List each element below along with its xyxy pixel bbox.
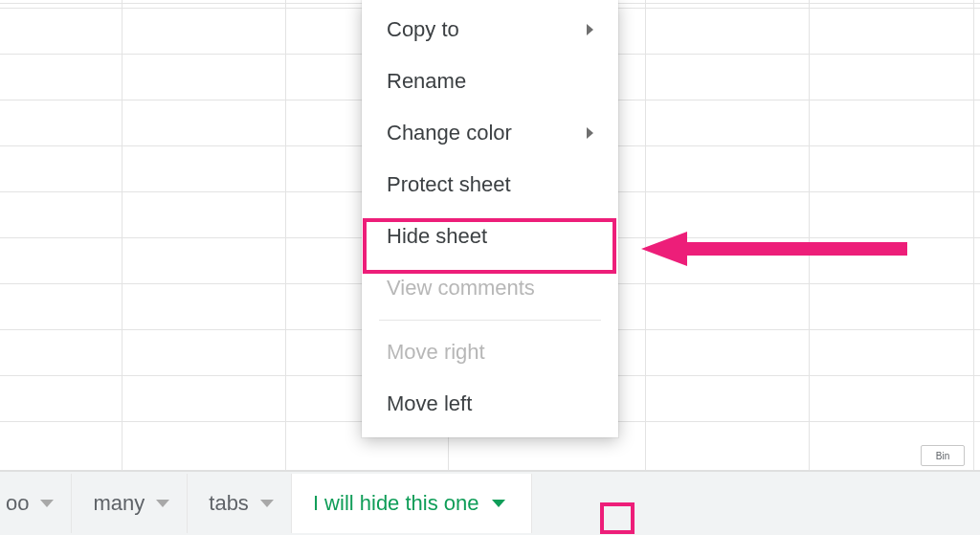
sheet-tab-menu-button[interactable] xyxy=(483,488,514,519)
sheet-tab-bar: oo many tabs I will hide this one xyxy=(0,470,980,535)
sheet-tab[interactable]: tabs xyxy=(188,474,292,533)
menu-item-label: View comments xyxy=(387,276,535,301)
caret-down-icon[interactable] xyxy=(156,500,169,507)
menu-item-label: Rename xyxy=(387,69,466,94)
sheet-tab-label: many xyxy=(93,491,145,516)
menu-item-label: Copy to xyxy=(387,17,459,42)
sheet-tab-label: I will hide this one xyxy=(313,491,479,516)
bin-button[interactable]: Bin xyxy=(921,445,965,466)
sheet-tab[interactable]: oo xyxy=(0,474,72,533)
menu-item-change-color[interactable]: Change color xyxy=(362,107,618,159)
menu-item-label: Change color xyxy=(387,121,512,145)
bin-button-label: Bin xyxy=(936,451,949,461)
menu-item-rename[interactable]: Rename xyxy=(362,56,618,107)
caret-down-icon xyxy=(492,500,505,507)
sheet-tab[interactable]: many xyxy=(72,474,188,533)
menu-item-label: Hide sheet xyxy=(387,224,487,249)
sheet-tab-active[interactable]: I will hide this one xyxy=(292,474,532,533)
sheet-tab-label: oo xyxy=(6,491,29,516)
menu-divider xyxy=(379,320,601,321)
menu-item-label: Protect sheet xyxy=(387,172,511,197)
menu-item-view-comments: View comments xyxy=(362,262,618,314)
menu-item-move-left[interactable]: Move left xyxy=(362,378,618,430)
sheet-tab-context-menu: Copy to Rename Change color Protect shee… xyxy=(362,0,618,437)
menu-item-copy-to[interactable]: Copy to xyxy=(362,4,618,56)
caret-down-icon[interactable] xyxy=(260,500,274,507)
menu-item-hide-sheet[interactable]: Hide sheet xyxy=(362,211,618,262)
menu-item-move-right: Move right xyxy=(362,326,618,378)
chevron-right-icon xyxy=(587,127,593,139)
sheet-tab-label: tabs xyxy=(209,491,249,516)
menu-item-label: Move left xyxy=(387,391,472,416)
caret-down-icon[interactable] xyxy=(40,500,54,507)
chevron-right-icon xyxy=(587,24,593,35)
menu-item-label: Move right xyxy=(387,340,485,365)
menu-item-protect-sheet[interactable]: Protect sheet xyxy=(362,159,618,211)
